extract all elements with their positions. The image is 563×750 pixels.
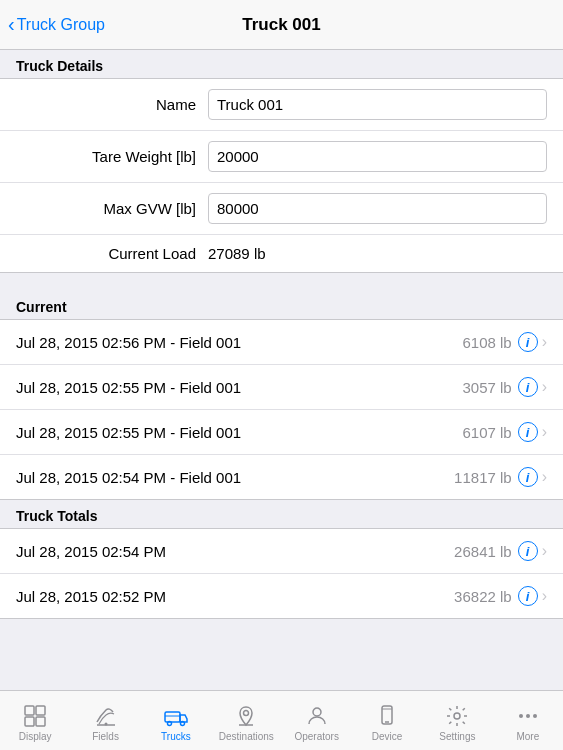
svg-rect-3 [36,717,45,726]
tab-trucks[interactable]: Trucks [141,691,211,750]
back-button[interactable]: ‹ Truck Group [8,13,105,36]
detail-row-tare: Tare Weight [lb] [0,131,563,183]
svg-point-16 [454,713,460,719]
chevron-right-icon: › [542,378,547,396]
tab-more-label: More [516,731,539,742]
destinations-icon [233,703,259,729]
settings-icon [444,703,470,729]
svg-point-7 [167,722,171,726]
info-icon[interactable]: i [518,541,538,561]
tab-settings-label: Settings [439,731,475,742]
label-maxgvw: Max GVW [lb] [16,200,196,217]
tab-device[interactable]: Device [352,691,422,750]
chevron-right-icon: › [542,333,547,351]
list-row-value: 26841 lb [454,543,512,560]
detail-row-currentload: Current Load 27089 lb [0,235,563,272]
list-row-label: Jul 28, 2015 02:55 PM - Field 001 [16,424,462,441]
list-row-value: 6107 lb [462,424,511,441]
truck-totals-body: Jul 28, 2015 02:54 PM 26841 lb i › Jul 2… [0,528,563,619]
tab-bar: Display Fields Trucks [0,690,563,750]
trucks-icon [163,703,189,729]
list-item[interactable]: Jul 28, 2015 02:55 PM - Field 001 3057 l… [0,365,563,410]
list-row-value: 3057 lb [462,379,511,396]
label-name: Name [16,96,196,113]
truck-details-body: Name Tare Weight [lb] Max GVW [lb] Curre… [0,78,563,273]
svg-point-19 [533,714,537,718]
tab-destinations-label: Destinations [219,731,274,742]
list-row-value: 36822 lb [454,588,512,605]
list-row-label: Jul 28, 2015 02:56 PM - Field 001 [16,334,462,351]
current-body: Jul 28, 2015 02:56 PM - Field 001 6108 l… [0,319,563,500]
svg-rect-0 [25,706,34,715]
device-icon [374,703,400,729]
list-item[interactable]: Jul 28, 2015 02:56 PM - Field 001 6108 l… [0,320,563,365]
input-tare[interactable] [208,141,547,172]
svg-point-18 [526,714,530,718]
input-maxgvw[interactable] [208,193,547,224]
truck-totals-header: Truck Totals [0,500,563,528]
tab-destinations[interactable]: Destinations [211,691,281,750]
info-icon[interactable]: i [518,422,538,442]
svg-point-17 [519,714,523,718]
tab-operators[interactable]: Operators [282,691,352,750]
svg-point-12 [313,708,321,716]
list-row-label: Jul 28, 2015 02:54 PM - Field 001 [16,469,454,486]
info-icon[interactable]: i [518,467,538,487]
list-row-label: Jul 28, 2015 02:54 PM [16,543,454,560]
nav-bar: ‹ Truck Group Truck 001 [0,0,563,50]
list-row-value: 6108 lb [462,334,511,351]
tab-fields-label: Fields [92,731,119,742]
current-section: Current Jul 28, 2015 02:56 PM - Field 00… [0,291,563,500]
label-currentload: Current Load [16,245,196,262]
tab-fields[interactable]: Fields [70,691,140,750]
nav-title: Truck 001 [242,15,320,35]
info-icon[interactable]: i [518,377,538,397]
tab-settings[interactable]: Settings [422,691,492,750]
detail-row-name: Name [0,79,563,131]
svg-rect-1 [36,706,45,715]
tab-display[interactable]: Display [0,691,70,750]
chevron-right-icon: › [542,468,547,486]
chevron-left-icon: ‹ [8,13,15,36]
list-row-label: Jul 28, 2015 02:55 PM - Field 001 [16,379,462,396]
truck-totals-section: Truck Totals Jul 28, 2015 02:54 PM 26841… [0,500,563,619]
operators-icon [304,703,330,729]
svg-rect-6 [165,712,180,722]
svg-point-10 [244,711,249,716]
truck-details-section: Truck Details Name Tare Weight [lb] Max … [0,50,563,273]
svg-point-8 [180,722,184,726]
info-icon[interactable]: i [518,586,538,606]
svg-rect-2 [25,717,34,726]
value-currentload: 27089 lb [208,245,547,262]
list-row-label: Jul 28, 2015 02:52 PM [16,588,454,605]
content-area: Truck Details Name Tare Weight [lb] Max … [0,50,563,690]
list-row-value: 11817 lb [454,469,512,486]
list-item[interactable]: Jul 28, 2015 02:54 PM - Field 001 11817 … [0,455,563,499]
tab-more[interactable]: More [493,691,563,750]
list-item[interactable]: Jul 28, 2015 02:52 PM 36822 lb i › [0,574,563,618]
label-tare: Tare Weight [lb] [16,148,196,165]
back-label: Truck Group [17,16,105,34]
tab-operators-label: Operators [294,731,338,742]
list-item[interactable]: Jul 28, 2015 02:55 PM - Field 001 6107 l… [0,410,563,455]
truck-details-header: Truck Details [0,50,563,78]
tab-device-label: Device [372,731,403,742]
display-icon [22,703,48,729]
chevron-right-icon: › [542,423,547,441]
input-name[interactable] [208,89,547,120]
tab-display-label: Display [19,731,52,742]
fields-icon [93,703,119,729]
more-icon [515,703,541,729]
list-item[interactable]: Jul 28, 2015 02:54 PM 26841 lb i › [0,529,563,574]
detail-row-maxgvw: Max GVW [lb] [0,183,563,235]
info-icon[interactable]: i [518,332,538,352]
current-header: Current [0,291,563,319]
chevron-right-icon: › [542,542,547,560]
chevron-right-icon: › [542,587,547,605]
tab-trucks-label: Trucks [161,731,191,742]
